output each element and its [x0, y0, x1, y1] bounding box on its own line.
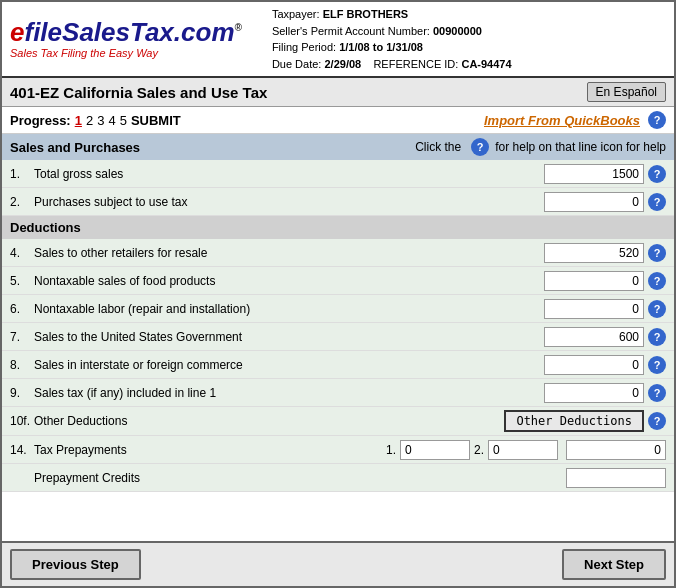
content: Sales and Purchases Click the ? for help… — [2, 134, 674, 541]
row-6-help-icon[interactable]: ? — [648, 300, 666, 318]
prepay-credits-input-area — [566, 468, 666, 488]
other-deductions-button[interactable]: Other Deductions — [504, 410, 644, 432]
due-date-label: Due Date: — [272, 58, 322, 70]
row-4: 4. Sales to other retailers for resale ? — [2, 239, 674, 267]
import-quickbooks-link[interactable]: Import From QuickBooks — [484, 113, 640, 128]
sales-section-header: Sales and Purchases Click the ? for help… — [2, 134, 674, 160]
taxpayer-label: Taxpayer: — [272, 8, 320, 20]
taxpayer-name: ELF BROTHERS — [323, 8, 409, 20]
row-9-help-icon[interactable]: ? — [648, 384, 666, 402]
step-5[interactable]: 5 — [120, 113, 127, 128]
next-step-button[interactable]: Next Step — [562, 549, 666, 580]
row-4-help-icon[interactable]: ? — [648, 244, 666, 262]
row-4-input[interactable] — [544, 243, 644, 263]
tagline-text: Sales Tax Filing the Easy Way — [10, 47, 158, 59]
row-6: 6. Nontaxable labor (repair and installa… — [2, 295, 674, 323]
row-10f-num: 10f. — [10, 414, 34, 428]
filing-period-line: Filing Period: 1/1/08 to 1/31/08 — [272, 39, 666, 56]
row-1-label: Total gross sales — [34, 167, 544, 181]
permit-line: Seller's Permit Account Number: 00900000 — [272, 23, 666, 40]
row-2-label: Purchases subject to use tax — [34, 195, 544, 209]
progress-steps: 1 2 3 4 5 SUBMIT — [75, 113, 181, 128]
prepay-credits-label: Prepayment Credits — [34, 471, 566, 485]
row-1-num: 1. — [10, 167, 34, 181]
permit-label: Seller's Permit Account Number: — [272, 25, 430, 37]
row-1-help-icon[interactable]: ? — [648, 165, 666, 183]
row-prepay-credits: Prepayment Credits — [2, 464, 674, 492]
row-5: 5. Nontaxable sales of food products ? — [2, 267, 674, 295]
prepay-credits-input[interactable] — [566, 468, 666, 488]
row-14-label: Tax Prepayments — [34, 443, 386, 457]
row-4-label: Sales to other retailers for resale — [34, 246, 544, 260]
row-8-help-icon[interactable]: ? — [648, 356, 666, 374]
row-8-input-area: ? — [544, 355, 666, 375]
step-submit[interactable]: SUBMIT — [131, 113, 181, 128]
prepay-input-2[interactable] — [488, 440, 558, 460]
row-14: 14. Tax Prepayments 1. 2. — [2, 436, 674, 464]
taxpayer-line: Taxpayer: ELF BROTHERS — [272, 6, 666, 23]
row-6-input-area: ? — [544, 299, 666, 319]
row-4-input-area: ? — [544, 243, 666, 263]
row-7-input-area: ? — [544, 327, 666, 347]
en-espanol-button[interactable]: En Español — [587, 82, 666, 102]
due-date-value: 2/29/08 — [324, 58, 361, 70]
row-9-input-area: ? — [544, 383, 666, 403]
filing-period-label: Filing Period: — [272, 41, 336, 53]
prepay-input1-label: 1. — [386, 443, 396, 457]
row-5-label: Nontaxable sales of food products — [34, 274, 544, 288]
step-3[interactable]: 3 — [97, 113, 104, 128]
logo-area: efileSalesTax.com® Sales Tax Filing the … — [10, 6, 242, 72]
row-8-input[interactable] — [544, 355, 644, 375]
sales-header-right: Click the ? for help on that line icon f… — [415, 138, 666, 156]
permit-number: 00900000 — [433, 25, 482, 37]
row-1: 1. Total gross sales ? — [2, 160, 674, 188]
row-5-help-icon[interactable]: ? — [648, 272, 666, 290]
row-7: 7. Sales to the United States Government… — [2, 323, 674, 351]
row-2-input[interactable] — [544, 192, 644, 212]
logo-text: efileSalesTax.com® — [10, 19, 242, 45]
row-14-inputs: 1. 2. — [386, 440, 558, 460]
row-10f: 10f. Other Deductions Other Deductions ? — [2, 407, 674, 436]
prepay-credits-num — [10, 471, 34, 485]
row-9-input[interactable] — [544, 383, 644, 403]
row-14-num: 14. — [10, 443, 34, 457]
prepay-input-1[interactable] — [400, 440, 470, 460]
row-7-help-icon[interactable]: ? — [648, 328, 666, 346]
row-8-num: 8. — [10, 358, 34, 372]
row-7-num: 7. — [10, 330, 34, 344]
header-help-icon[interactable]: ? — [648, 111, 666, 129]
deductions-section-header: Deductions — [2, 216, 674, 239]
row-6-input[interactable] — [544, 299, 644, 319]
row-1-input[interactable] — [544, 164, 644, 184]
row-10f-help-icon[interactable]: ? — [648, 412, 666, 430]
row-7-label: Sales to the United States Government — [34, 330, 544, 344]
row-2-help-icon[interactable]: ? — [648, 193, 666, 211]
row-4-num: 4. — [10, 246, 34, 260]
progress-left: Progress: 1 2 3 4 5 SUBMIT — [10, 113, 181, 128]
footer: Previous Step Next Step — [2, 541, 674, 586]
row-5-num: 5. — [10, 274, 34, 288]
row-10f-label: Other Deductions — [34, 414, 504, 428]
previous-step-button[interactable]: Previous Step — [10, 549, 141, 580]
row-5-input[interactable] — [544, 271, 644, 291]
row-6-num: 6. — [10, 302, 34, 316]
step-4[interactable]: 4 — [108, 113, 115, 128]
filing-period-value: 1/1/08 to 1/31/08 — [339, 41, 423, 53]
row-1-input-area: ? — [544, 164, 666, 184]
row-5-input-area: ? — [544, 271, 666, 291]
prepay-input2-label: 2. — [474, 443, 484, 457]
logo-rest: fileSalesTax.com — [24, 17, 234, 47]
row-7-input[interactable] — [544, 327, 644, 347]
deductions-header-title: Deductions — [10, 220, 81, 235]
main-container: efileSalesTax.com® Sales Tax Filing the … — [0, 0, 676, 588]
section-help-icon[interactable]: ? — [471, 138, 489, 156]
row-14-result[interactable] — [566, 440, 666, 460]
step-2[interactable]: 2 — [86, 113, 93, 128]
due-date-line: Due Date: 2/29/08 REFERENCE ID: CA-94474 — [272, 56, 666, 73]
step-1[interactable]: 1 — [75, 113, 82, 128]
row-14-result-area — [566, 440, 666, 460]
click-help-text: Click the — [415, 140, 461, 154]
row-9-num: 9. — [10, 386, 34, 400]
row-9: 9. Sales tax (if any) included in line 1… — [2, 379, 674, 407]
help-text2: for help on that line icon for help — [495, 140, 666, 154]
